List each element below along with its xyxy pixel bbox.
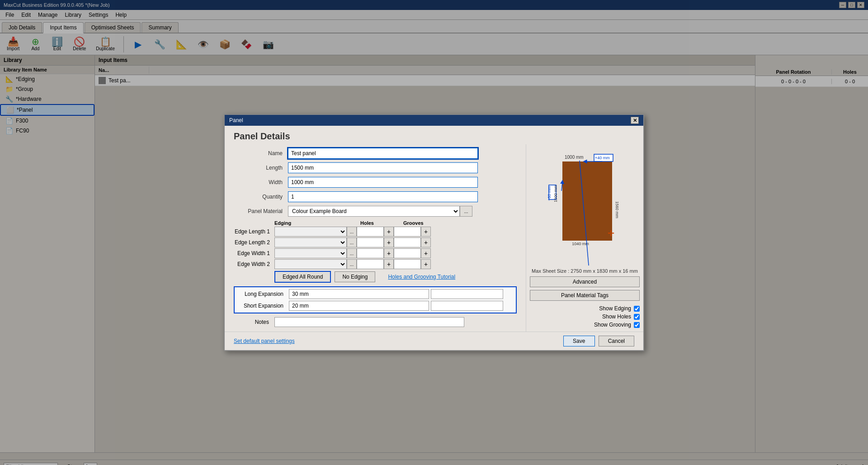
length-label: Length [234,165,288,171]
show-holes-checkbox[interactable] [634,314,640,320]
edge-width1-grooves[interactable] [394,248,421,258]
default-settings-link[interactable]: Set default panel settings [234,338,295,344]
notes-row: Notes [234,317,517,327]
col-grooves-header: Grooves [403,220,446,226]
show-holes-row: Show Holes [530,313,640,320]
width-row: Width [234,177,517,188]
length-row: Length [234,162,517,173]
width-input[interactable] [288,177,478,188]
svg-text:+60 mm: +60 mm [547,186,552,201]
show-edging-checkbox[interactable] [634,306,640,312]
show-grooving-row: Show Grooving [530,322,640,328]
edge-width2-grooves-plus[interactable]: + [421,259,431,269]
material-select[interactable]: Colour Example Board [288,206,460,217]
max-sheet-size: Max Sheet Size : 2750 mm x 1830 mm x 16 … [530,268,640,274]
modal-form: Name Length Width Quantity [225,144,526,332]
panel-dialog: Panel ✕ Panel Details Name Length [224,114,644,351]
edge-length2-label: Edge Length 2 [234,239,274,246]
show-edging-row: Show Edging [530,305,640,312]
edge-width1-row: Edge Width 1 ... + + [234,248,517,258]
long-expansion-extra[interactable] [431,289,503,299]
modal-heading: Panel Details [225,126,643,144]
material-label: Panel Material [234,208,288,214]
edge-length2-row: Edge Length 2 ... + + [234,237,517,247]
modal-footer: Set default panel settings Save Cancel [225,332,643,350]
edge-width1-dots[interactable]: ... [347,248,357,258]
edge-width2-holes-plus[interactable]: + [384,259,394,269]
long-expansion-label: Long Expansion [235,291,289,297]
edge-width1-grooves-plus[interactable]: + [421,248,431,258]
short-expansion-input[interactable] [289,301,429,311]
save-button[interactable]: Save [563,336,595,346]
show-grooving-checkbox[interactable] [634,322,640,328]
col-edging-header: Edging [274,220,360,226]
edge-length1-dropdown[interactable] [274,227,347,237]
notes-label: Notes [234,319,274,325]
modal-titlebar: Panel ✕ [225,115,643,126]
cancel-button[interactable]: Cancel [599,336,634,346]
modal-overlay: Panel ✕ Panel Details Name Length [0,0,868,465]
advanced-button[interactable]: Advanced [530,276,640,287]
edge-length1-grooves[interactable] [394,227,421,237]
show-holes-label: Show Holes [602,313,631,320]
edge-width1-dropdown[interactable] [274,248,347,258]
name-row: Name [234,148,517,159]
col-holes-header: Holes [360,220,403,226]
modal-body: Name Length Width Quantity [225,144,643,332]
notes-input[interactable] [274,317,464,327]
panel-preview: 1000 mm +40 mm +60 mm 1500 mm 1560 mm 10… [526,144,643,332]
edge-width2-label: Edge Width 2 [234,261,274,267]
no-edging-button[interactable]: No Edging [335,271,375,282]
edge-length1-holes-plus[interactable]: + [384,227,394,237]
edged-all-round-button[interactable]: Edged All Round [274,271,331,283]
edge-buttons-row: Edged All Round No Edging Holes and Groo… [274,271,517,283]
quantity-label: Quantity [234,194,288,200]
edge-length1-grooves-plus[interactable]: + [421,227,431,237]
svg-rect-0 [562,161,612,241]
edge-length2-dropdown[interactable] [274,237,347,247]
edge-width1-holes[interactable] [357,248,384,258]
edge-length1-holes[interactable] [357,227,384,237]
modal-close-button[interactable]: ✕ [631,117,639,124]
edge-width2-dropdown[interactable] [274,259,347,269]
name-label: Name [234,150,288,157]
show-edging-label: Show Edging [599,305,631,312]
long-expansion-input[interactable] [289,289,429,299]
tutorial-link[interactable]: Holes and Grooving Tutorial [388,274,455,280]
edge-width2-grooves[interactable] [394,259,421,269]
show-grooving-label: Show Grooving [594,322,631,328]
svg-text:1500 mm: 1500 mm [553,185,558,202]
svg-text:+40 mm: +40 mm [595,156,610,160]
edge-length2-holes-plus[interactable]: + [384,237,394,247]
quantity-input[interactable] [288,191,478,202]
panel-material-tags-button[interactable]: Panel Material Tags [530,290,640,301]
show-options: Show Edging Show Holes Show Grooving [530,305,640,328]
edge-length2-grooves[interactable] [394,237,421,247]
quantity-row: Quantity [234,191,517,202]
short-expansion-row: Short Expansion [235,301,516,311]
width-label: Width [234,179,288,185]
material-row: Panel Material Colour Example Board ... [234,206,517,217]
edge-length2-holes[interactable] [357,237,384,247]
length-input[interactable] [288,162,478,173]
long-expansion-row: Long Expansion [235,289,516,299]
preview-svg: 1000 mm +40 mm +60 mm 1500 mm 1560 mm 10… [531,148,639,266]
svg-line-11 [561,182,562,191]
edge-length1-dots[interactable]: ... [347,227,357,237]
material-dots-button[interactable]: ... [460,206,472,217]
short-expansion-extra[interactable] [431,301,503,311]
edge-length2-grooves-plus[interactable]: + [421,237,431,247]
edge-width1-label: Edge Width 1 [234,250,274,256]
edge-width2-dots[interactable]: ... [347,259,357,269]
edge-width2-holes[interactable] [357,259,384,269]
edge-length1-row: Edge Length 1 ... + + [234,227,517,237]
edge-width2-row: Edge Width 2 ... + + [234,259,517,269]
svg-text:✛: ✛ [608,229,614,238]
edge-width1-holes-plus[interactable]: + [384,248,394,258]
svg-text:1560 mm: 1560 mm [615,201,619,218]
modal-title: Panel [229,117,243,123]
short-expansion-label: Short Expansion [235,303,289,309]
edge-length1-label: Edge Length 1 [234,228,274,235]
name-input[interactable] [288,148,478,159]
edge-length2-dots[interactable]: ... [347,237,357,247]
